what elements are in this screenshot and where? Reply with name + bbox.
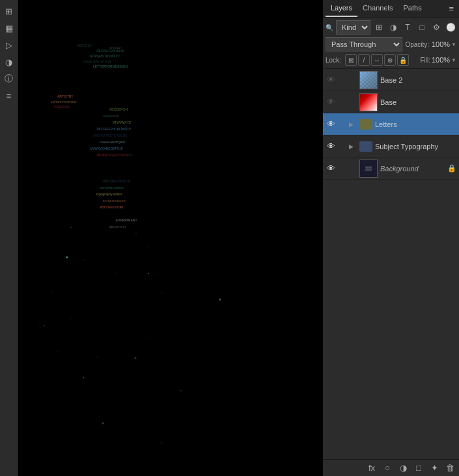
svg-text:QRSTUVWXYZABCDE: QRSTUVWXYZABCDE bbox=[93, 133, 128, 137]
svg-text:ABCDEFGHIJKLM: ABCDEFGHIJKLM bbox=[103, 179, 130, 183]
opacity-group: Opacity: 100% ▼ bbox=[405, 40, 456, 48]
fill-value[interactable]: 100% bbox=[432, 56, 450, 64]
actions-icon[interactable]: ≡ bbox=[2, 89, 16, 103]
tab-layers[interactable]: Layers bbox=[326, 0, 357, 17]
panel-bottom-bar: fx ○ ◑ □ ✦ 🗑 bbox=[323, 459, 459, 476]
svg-point-53 bbox=[44, 325, 45, 326]
layer-item-letters[interactable]: 👁 ▶ Letters bbox=[323, 113, 459, 135]
layer-item-subject-typography[interactable]: 👁 ▶ Subject Typography bbox=[323, 135, 459, 158]
play-icon[interactable]: ▷ bbox=[2, 38, 16, 52]
svg-text:s: s bbox=[51, 290, 52, 294]
layer-visibility-letters[interactable]: 👁 bbox=[326, 119, 336, 130]
svg-text:ABCDEFGHIJ: ABCDEFGHIJ bbox=[109, 225, 126, 229]
layer-thumb-letters bbox=[359, 119, 372, 130]
layer-controls: 🔍 Kind ⊞ ◑ T □ ⚙ ⚪ Pass Through Normal M… bbox=[323, 18, 459, 69]
left-toolbar: ⊞ ▦ ▷ ◑ ⓘ ≡ bbox=[0, 0, 18, 476]
svg-text:ABCDEF: ABCDEF bbox=[77, 44, 93, 48]
layer-expand-subject[interactable]: ▶ bbox=[349, 143, 357, 150]
layer-thumb-base2 bbox=[359, 71, 378, 89]
layer-thumb-background: ▒▒ bbox=[359, 160, 378, 178]
smart-filter-btn[interactable]: ⚙ bbox=[430, 21, 442, 34]
svg-text:r: r bbox=[122, 324, 123, 326]
opacity-label: Opacity: bbox=[405, 41, 429, 48]
layer-item-background[interactable]: 👁 ▒▒ Background 🔒 bbox=[323, 158, 459, 180]
layer-visibility-background[interactable]: 👁 bbox=[326, 163, 336, 174]
svg-point-52 bbox=[219, 299, 221, 301]
panel-menu-icon[interactable]: ≡ bbox=[446, 1, 456, 16]
layer-name-background: Background bbox=[380, 165, 445, 173]
tab-paths[interactable]: Paths bbox=[398, 0, 427, 17]
layer-visibility-base[interactable]: 👁 bbox=[326, 97, 336, 107]
layer-expand-letters[interactable]: ▶ bbox=[349, 121, 357, 128]
svg-point-58 bbox=[161, 442, 162, 443]
svg-text:s: s bbox=[83, 258, 85, 261]
layer-thumb-bg-content: ▒▒ bbox=[360, 160, 377, 177]
svg-point-56 bbox=[180, 390, 182, 391]
lock-position-btn[interactable]: ↔ bbox=[371, 54, 383, 66]
canvas-area: ABCDEFGHIJKLM NOPQRSTUVWXYZ typography a… bbox=[18, 0, 323, 476]
layer-item-base2[interactable]: 👁 Base 2 bbox=[323, 69, 459, 91]
svg-text:y: y bbox=[116, 271, 117, 274]
svg-point-55 bbox=[83, 377, 84, 378]
opacity-chevron: ▼ bbox=[451, 42, 456, 48]
lock-all-btn[interactable]: 🔒 bbox=[397, 54, 409, 66]
panel-tabs: Layers Channels Paths ≡ bbox=[323, 0, 459, 18]
svg-text:A: A bbox=[148, 336, 150, 339]
svg-text:r: r bbox=[214, 330, 214, 333]
channels-panel-icon[interactable]: ▦ bbox=[2, 21, 16, 35]
svg-text:ABCDEFGHI: ABCDEFGHI bbox=[109, 107, 128, 111]
lock-transparent-btn[interactable]: ⊠ bbox=[345, 54, 357, 66]
svg-text:E: E bbox=[142, 415, 143, 417]
svg-text:typography letters: typography letters bbox=[96, 192, 122, 196]
artwork-canvas: ABCDEFGHIJKLM NOPQRSTUVWXYZ typography a… bbox=[18, 0, 323, 476]
fill-label: Fill: bbox=[420, 57, 430, 64]
opacity-value[interactable]: 100% bbox=[430, 40, 450, 48]
svg-text:ABCDEFGHIJKL: ABCDEFGHIJKL bbox=[100, 205, 124, 209]
kind-label: 🔍 bbox=[326, 24, 333, 31]
delete-layer-btn[interactable]: 🗑 bbox=[443, 462, 456, 475]
svg-text:ARTISTRY: ARTISTRY bbox=[57, 94, 74, 98]
kind-row: 🔍 Kind ⊞ ◑ T □ ⚙ ⚪ bbox=[326, 20, 456, 35]
adjustment-filter-btn[interactable]: ◑ bbox=[387, 21, 399, 34]
type-filter-btn[interactable]: T bbox=[402, 21, 413, 34]
filter-toggle-btn[interactable]: ⚪ bbox=[445, 21, 456, 34]
lock-artboard-btn[interactable]: ⊗ bbox=[384, 54, 396, 66]
layer-visibility-subject[interactable]: 👁 bbox=[326, 141, 336, 152]
svg-text:CREATIVE: CREATIVE bbox=[54, 105, 70, 109]
layer-name-base: Base bbox=[380, 98, 456, 106]
svg-text:NOPQRSTUVWXYZ: NOPQRSTUVWXYZ bbox=[90, 54, 120, 58]
tab-channels[interactable]: Channels bbox=[357, 0, 398, 17]
layer-fx-btn[interactable]: fx bbox=[365, 462, 378, 475]
svg-text:STUVWXYZ: STUVWXYZ bbox=[113, 120, 131, 124]
blend-row: Pass Through Normal Multiply Screen Over… bbox=[326, 37, 456, 51]
new-layer-btn[interactable]: ✦ bbox=[428, 462, 441, 475]
adjustment-layer-btn[interactable]: ◑ bbox=[396, 462, 410, 475]
svg-point-50 bbox=[66, 257, 68, 259]
new-group-btn[interactable]: □ bbox=[412, 462, 425, 475]
layer-name-base2: Base 2 bbox=[380, 76, 456, 84]
layer-item-base[interactable]: 👁 Base bbox=[323, 91, 459, 113]
layer-thumb-subject bbox=[359, 141, 372, 152]
kind-select[interactable]: Kind bbox=[336, 20, 370, 35]
svg-point-54 bbox=[135, 357, 137, 359]
lock-image-btn[interactable]: / bbox=[358, 54, 370, 66]
svg-text:ARTDESIGNWORD: ARTDESIGNWORD bbox=[103, 199, 126, 203]
layers-panel-icon[interactable]: ⊞ bbox=[2, 4, 16, 18]
layer-name-subject: Subject Typography bbox=[375, 143, 456, 150]
pixel-filter-btn[interactable]: ⊞ bbox=[373, 21, 385, 34]
layers-panel: Layers Channels Paths ≡ 🔍 Kind ⊞ ◑ T □ ⚙… bbox=[323, 0, 459, 476]
info-icon[interactable]: ⓘ bbox=[2, 72, 16, 86]
lock-icons-group: ⊠ / ↔ ⊗ 🔒 bbox=[345, 54, 409, 66]
svg-text:typography art style: typography art style bbox=[83, 59, 112, 63]
adjustments-icon[interactable]: ◑ bbox=[2, 55, 16, 69]
svg-text:EXPRESSYOURSELF: EXPRESSYOURSELF bbox=[51, 100, 77, 104]
svg-text:JKLMNOPQRSTUVWXY: JKLMNOPQRSTUVWXY bbox=[96, 153, 133, 157]
blend-mode-select[interactable]: Pass Through Normal Multiply Screen Over… bbox=[326, 37, 402, 51]
shape-filter-btn[interactable]: □ bbox=[416, 21, 428, 34]
layer-mask-btn[interactable]: ○ bbox=[381, 462, 394, 475]
layer-visibility-base2[interactable]: 👁 bbox=[326, 75, 336, 85]
svg-text:JKLMNOPQR: JKLMNOPQR bbox=[103, 115, 119, 118]
svg-text:FGHIJKLMNOPQRST: FGHIJKLMNOPQRST bbox=[100, 141, 126, 144]
lock-row: Lock: ⊠ / ↔ ⊗ 🔒 Fill: 100% ▼ bbox=[326, 54, 456, 66]
fill-group: Fill: 100% ▼ bbox=[420, 56, 456, 64]
